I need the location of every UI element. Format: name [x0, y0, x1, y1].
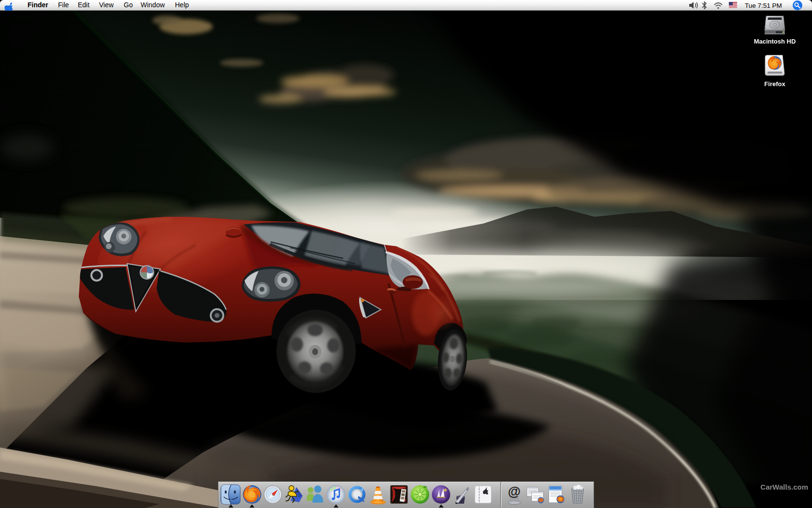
svg-text:Tue 7:51 PM: Tue 7:51 PM	[745, 2, 782, 9]
svg-text:@: @	[508, 484, 521, 499]
svg-text:CarWalls.com: CarWalls.com	[760, 483, 808, 491]
